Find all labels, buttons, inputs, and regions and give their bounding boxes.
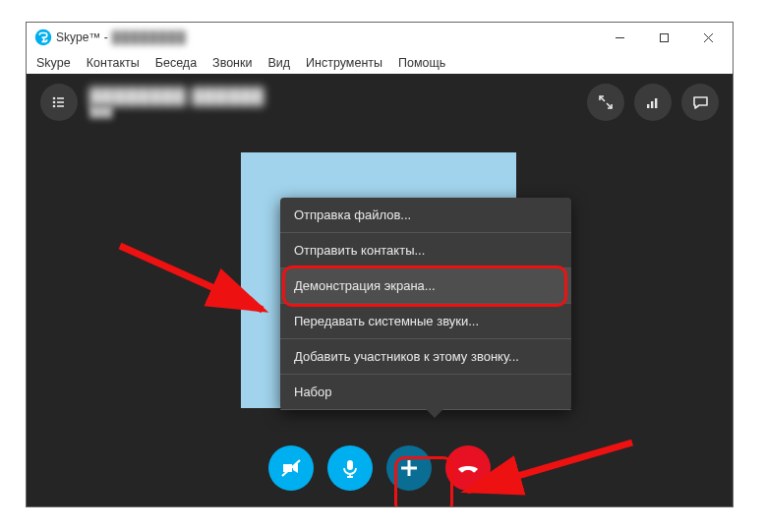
- plus-menu-popup: Отправка файлов... Отправить контакты...…: [280, 198, 571, 410]
- fullscreen-button[interactable]: [587, 84, 624, 121]
- menu-item-send-files[interactable]: Отправка файлов...: [280, 198, 571, 233]
- menu-item-system-sounds[interactable]: Передавать системные звуки...: [280, 304, 571, 339]
- minimize-button[interactable]: [598, 24, 642, 51]
- list-icon: [50, 93, 68, 111]
- svg-point-5: [53, 97, 56, 100]
- menu-item-dialpad[interactable]: Набор: [280, 375, 571, 410]
- menu-view[interactable]: Вид: [267, 56, 290, 70]
- call-header: ████████ ██████ ███: [40, 84, 719, 121]
- menu-help[interactable]: Помощь: [398, 56, 445, 70]
- menu-tools[interactable]: Инструменты: [306, 56, 382, 70]
- svg-line-19: [467, 443, 632, 491]
- contact-name-blurred: ████████ ██████: [89, 88, 264, 105]
- camera-off-icon: [279, 456, 303, 480]
- contact-name-block: ████████ ██████ ███: [89, 88, 264, 117]
- hangup-icon: [455, 455, 481, 481]
- menu-skype[interactable]: Skype: [36, 56, 71, 70]
- svg-point-7: [53, 105, 56, 108]
- mic-toggle-button[interactable]: [327, 445, 373, 491]
- window-title: Skype™ -: [56, 30, 108, 44]
- menu-conversation[interactable]: Беседа: [155, 56, 197, 70]
- menu-item-add-people[interactable]: Добавить участников к этому звонку...: [280, 339, 571, 375]
- menubar: Skype Контакты Беседа Звонки Вид Инструм…: [27, 52, 733, 74]
- camera-toggle-button[interactable]: [268, 445, 314, 491]
- call-controls: [268, 445, 491, 491]
- call-area: ████████ ██████ ███ Отправка файлов... О…: [27, 74, 733, 506]
- hangup-button[interactable]: [445, 445, 491, 491]
- fullscreen-icon: [598, 94, 614, 110]
- mic-icon: [339, 457, 361, 479]
- menu-item-share-screen[interactable]: Демонстрация экрана...: [280, 268, 571, 304]
- close-button[interactable]: [686, 24, 731, 51]
- plus-icon: [398, 457, 420, 479]
- menu-contacts[interactable]: Контакты: [87, 56, 140, 70]
- participants-button[interactable]: [40, 84, 78, 121]
- header-right: [587, 84, 719, 121]
- menu-calls[interactable]: Звонки: [212, 56, 252, 70]
- call-quality-button[interactable]: [634, 84, 672, 121]
- plus-button[interactable]: [386, 445, 432, 491]
- skype-window: Skype™ - ████████ Skype Контакты Беседа …: [26, 22, 734, 507]
- svg-point-6: [53, 101, 56, 104]
- chat-button[interactable]: [681, 84, 719, 121]
- svg-rect-2: [661, 33, 669, 41]
- skype-logo-icon: [34, 29, 52, 46]
- title-left: Skype™ - ████████: [34, 29, 187, 46]
- svg-rect-13: [655, 98, 657, 108]
- contact-status-blurred: ███: [89, 105, 264, 117]
- chat-icon: [692, 94, 709, 111]
- menu-item-send-contacts[interactable]: Отправить контакты...: [280, 233, 571, 268]
- titlebar: Skype™ - ████████: [27, 23, 733, 52]
- maximize-button[interactable]: [642, 24, 686, 51]
- svg-rect-11: [647, 104, 649, 108]
- blurred-contact-title: ████████: [112, 30, 187, 44]
- svg-rect-15: [347, 460, 353, 470]
- svg-rect-12: [651, 101, 653, 108]
- signal-icon: [645, 94, 661, 110]
- header-left: ████████ ██████ ███: [40, 84, 264, 121]
- popup-arrow-icon: [426, 409, 443, 418]
- window-controls: [598, 24, 731, 51]
